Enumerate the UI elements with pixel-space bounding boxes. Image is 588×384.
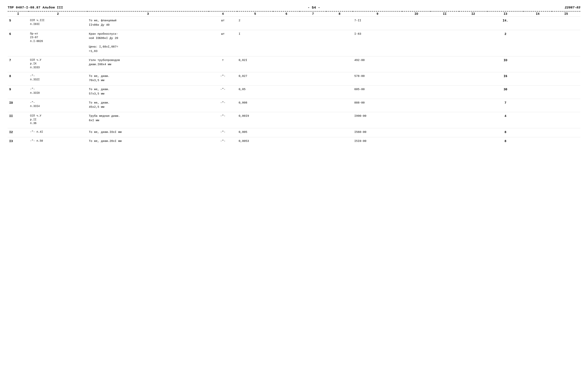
- row-number: I2: [8, 128, 29, 136]
- price: 492-00: [353, 56, 402, 70]
- col-10: [402, 56, 431, 70]
- total: I4.: [487, 17, 524, 29]
- col-header-5: 5: [237, 11, 273, 17]
- col-header-15: I5: [552, 11, 580, 17]
- ref-code: -"- п.4I: [29, 128, 87, 136]
- total: IO: [487, 56, 524, 70]
- col-11: [431, 128, 459, 136]
- price: I5I0-00: [353, 137, 402, 145]
- column-header-row: I 2 3 4 5 6 7 8 9 IO II I2 I3 I4 I5: [8, 11, 580, 17]
- col-12: [459, 86, 487, 97]
- quantity: 0,005: [237, 128, 273, 136]
- col-6: [273, 30, 300, 55]
- table-row: IIССП ч.У р.II п.36Труба медная диам. 6х…: [8, 112, 580, 127]
- row-number: 6: [8, 30, 29, 55]
- unit: шт: [209, 30, 237, 55]
- col-header-11: II: [431, 11, 459, 17]
- table-row: 7ССП ч.У р.IX п.3333Узлн трубопроводов д…: [8, 56, 580, 70]
- total: 30: [487, 86, 524, 97]
- description: Труба медная диам. 6хI мм: [87, 112, 209, 127]
- ref-code: ССП ч.У р.II п.36: [29, 112, 87, 127]
- col-7: [300, 99, 326, 111]
- spacer-row: [8, 136, 580, 137]
- col-7: [300, 56, 326, 70]
- col-7: [300, 86, 326, 97]
- col-header-10: IO: [402, 11, 431, 17]
- spacer-row: [8, 84, 580, 86]
- price: 578-00: [353, 72, 402, 84]
- col-header-3: 3: [87, 11, 209, 17]
- total: 8: [487, 137, 524, 145]
- col-15: [552, 72, 580, 84]
- unit: -"-: [209, 128, 237, 136]
- quantity: 0,008: [237, 99, 273, 111]
- table-row: IO-"- п.33I4То же, диам. 45х2,5 мм-"-0,0…: [8, 99, 580, 111]
- col-8: [326, 56, 353, 70]
- spacer-row: [8, 127, 580, 128]
- col-12: [459, 128, 487, 136]
- description: Узлн трубопроводов диам.I08х4 мм: [87, 56, 209, 70]
- col-6: [273, 72, 300, 84]
- col-14: [524, 99, 552, 111]
- description: То же, диам. 70х3,5 мм: [87, 72, 209, 84]
- unit: т: [209, 56, 237, 70]
- unit: -"-: [209, 86, 237, 97]
- table-row: 5ССП ч.III п.I03IТо же, фланцевый IIч86к…: [8, 17, 580, 29]
- ref-code: ССП ч.III п.I03I: [29, 17, 87, 29]
- col-11: [431, 17, 459, 29]
- col-14: [524, 137, 552, 145]
- description: То же, диам.IOхI мм: [87, 128, 209, 136]
- col-10: [402, 112, 431, 127]
- unit: -"-: [209, 99, 237, 111]
- description: Кран пробноспуск- ной IOБ96кI Ду 20 Цена…: [87, 30, 209, 55]
- col-header-4: 4: [209, 11, 237, 17]
- description: То же, диам. 45х2,5 мм: [87, 99, 209, 111]
- unit: -"-: [209, 112, 237, 127]
- col-14: [524, 72, 552, 84]
- col-15: [552, 137, 580, 145]
- col-header-7: 7: [300, 11, 326, 17]
- table-row: 6Пр-нт 23-07 п.I-0026Кран пробноспуск- н…: [8, 30, 580, 55]
- spacer-row: [8, 70, 580, 72]
- col-6: [273, 99, 300, 111]
- description: То же, диам.20хI мм: [87, 137, 209, 145]
- ref-code: -"- п.50: [29, 137, 87, 145]
- col-11: [431, 30, 459, 55]
- table-container: I 2 3 4 5 6 7 8 9 IO II I2 I3 I4 I5 5ССП…: [8, 11, 580, 145]
- price: 7-II: [353, 17, 402, 29]
- col-6: [273, 112, 300, 127]
- col-8: [326, 72, 353, 84]
- col-15: [552, 128, 580, 136]
- quantity: 0,0053: [237, 137, 273, 145]
- row-number: 8: [8, 72, 29, 84]
- ref-code: -"- п.332I: [29, 72, 87, 84]
- col-11: [431, 137, 459, 145]
- row-number: 9: [8, 86, 29, 97]
- doc-number: 22087-03: [565, 6, 580, 9]
- row-number: 5: [8, 17, 29, 29]
- spacer-row: [8, 111, 580, 112]
- col-header-1: I: [8, 11, 29, 17]
- page-number: - 54 -: [63, 6, 565, 10]
- col-8: [326, 99, 353, 111]
- unit: шт: [209, 17, 237, 29]
- row-number: II: [8, 112, 29, 127]
- table-row: I3-"- п.50То же, диам.20хI мм-"-0,0053I5…: [8, 137, 580, 145]
- col-header-6: 6: [273, 11, 300, 17]
- col-12: [459, 112, 487, 127]
- table-row: I2-"- п.4IТо же, диам.IOхI мм-"-0,005I56…: [8, 128, 580, 136]
- col-10: [402, 99, 431, 111]
- col-11: [431, 86, 459, 97]
- col-6: [273, 17, 300, 29]
- col-6: [273, 56, 300, 70]
- total: 8: [487, 128, 524, 136]
- quantity: I: [237, 30, 273, 55]
- col-15: [552, 56, 580, 70]
- quantity: 0,05: [237, 86, 273, 97]
- main-table: I 2 3 4 5 6 7 8 9 IO II I2 I3 I4 I5 5ССП…: [8, 11, 580, 145]
- table-row: 8-"- п.332IТо же, диам. 70х3,5 мм-"-0,02…: [8, 72, 580, 84]
- col-11: [431, 56, 459, 70]
- col-10: [402, 86, 431, 97]
- price: I560-00: [353, 128, 402, 136]
- quantity: 0,027: [237, 72, 273, 84]
